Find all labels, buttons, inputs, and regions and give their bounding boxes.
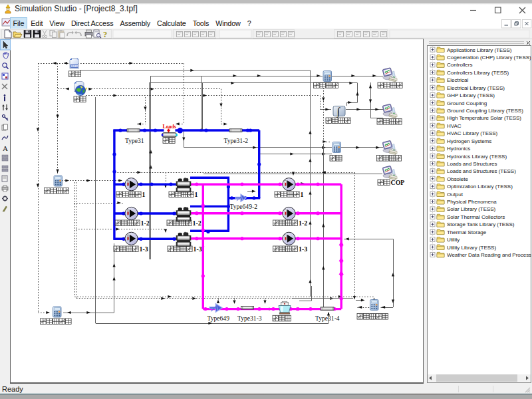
svg-text:GHP Library (TESS): GHP Library (TESS) [447,92,495,98]
svg-text:A: A [3,144,8,152]
svg-text:USER: USER [71,65,78,68]
svg-text:Applications Library (TESS): Applications Library (TESS) [447,47,512,53]
svg-text:Type31-4: Type31-4 [315,315,340,322]
svg-text:Solar Thermal Collectors: Solar Thermal Collectors [447,214,505,220]
svg-text:1: 1 [301,191,304,198]
svg-text:Hydronics: Hydronics [447,146,470,152]
svg-text:Physical Phenomena: Physical Phenomena [447,199,497,205]
svg-text:Cogeneration (CHP) Library (TE: Cogeneration (CHP) Library (TESS) [447,55,531,61]
svg-text:Ground Coupling: Ground Coupling [447,100,487,106]
svg-text:Utility: Utility [447,237,460,243]
svg-text:COP: COP [391,179,405,186]
svg-text:Thermal Storage: Thermal Storage [447,229,487,235]
svg-text:Solar Library (TESS): Solar Library (TESS) [447,206,496,212]
svg-text:1-3: 1-3 [140,245,148,253]
svg-text:Controllers Library (TESS): Controllers Library (TESS) [447,70,509,76]
svg-text:Type649-2: Type649-2 [230,203,258,210]
svg-text:Controllers: Controllers [447,62,472,68]
svg-text:1-2: 1-2 [141,219,150,227]
svg-text:1-2: 1-2 [193,219,201,227]
svg-text:HVAC: HVAC [447,123,462,129]
svg-text:Loads and Structures (TESS): Loads and Structures (TESS) [447,168,516,174]
svg-text:1-3: 1-3 [194,245,202,253]
svg-text:Electrical: Electrical [447,77,468,83]
svg-text:Type31: Type31 [125,137,144,144]
svg-text:Type31-2: Type31-2 [224,137,249,144]
svg-text:1-3: 1-3 [299,245,307,253]
svg-text:Storage Tank Library (TESS): Storage Tank Library (TESS) [447,221,515,227]
svg-text:Loads and Structures: Loads and Structures [447,161,497,167]
svg-text:Loads: Loads [163,124,176,130]
svg-text:Output: Output [447,192,464,198]
svg-text:Hydronics Library (TESS): Hydronics Library (TESS) [447,154,507,160]
svg-text:Optimization Library (TESS): Optimization Library (TESS) [447,184,513,190]
svg-text:Utility Library (TESS): Utility Library (TESS) [447,245,496,251]
svg-text:High Temperature Solar (TESS): High Temperature Solar (TESS) [447,115,521,121]
svg-text:1: 1 [195,191,198,198]
svg-text:Ground Coupling Library (TESS): Ground Coupling Library (TESS) [447,108,523,114]
svg-text:Type31-3: Type31-3 [237,315,262,322]
svg-text:Type649: Type649 [207,315,230,322]
svg-text:1: 1 [142,191,146,198]
svg-text:Hydrogen Systems: Hydrogen Systems [447,138,491,144]
svg-text:Weather Data Reading and Proce: Weather Data Reading and Process [447,252,531,258]
svg-text:Electrical Library (TESS): Electrical Library (TESS) [447,85,505,91]
svg-text:HVAC Library (TESS): HVAC Library (TESS) [447,130,498,136]
svg-text:Obsolete: Obsolete [447,176,468,182]
svg-text:1-2: 1-2 [299,219,307,227]
